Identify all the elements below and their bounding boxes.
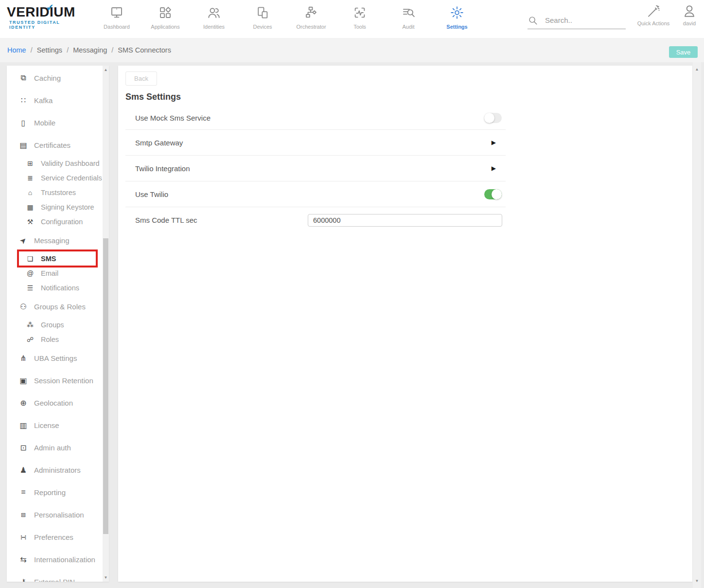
sidebar-item-label: Kafka <box>34 96 53 105</box>
internationalization-icon: ⇆ <box>18 555 28 564</box>
sidebar-item-label: UBA Settings <box>34 354 77 362</box>
page-scrollbar[interactable]: ▲ ▼ <box>693 62 701 588</box>
nav-item-dashboard[interactable]: Dashboard <box>92 4 141 34</box>
sidebar-item-email[interactable]: @Email <box>7 266 103 281</box>
user-avatar-icon <box>682 4 697 18</box>
nav-item-orchestrator[interactable]: Orchestrator <box>287 4 335 34</box>
truststores-icon: ⌂ <box>25 189 35 196</box>
expand-arrow-icon[interactable]: ▶ <box>492 165 496 172</box>
sidebar-item-personalisation[interactable]: ⧈Personalisation <box>7 503 103 526</box>
sidebar-item-license[interactable]: ▥License <box>7 414 103 436</box>
sidebar-item-kafka[interactable]: ∷Kafka <box>7 89 103 111</box>
sidebar-item-sms[interactable]: ❏SMS <box>7 251 103 266</box>
global-search <box>528 12 626 29</box>
veridium-logo[interactable]: VERIDIUM ✔ TRUSTED DIGITAL IDENTITY <box>7 5 87 30</box>
toggle-use-mock-sms-service[interactable] <box>484 113 502 123</box>
nav-item-settings[interactable]: Settings <box>433 4 481 34</box>
sidebar-scrollbar[interactable]: ▲ ▼ <box>103 66 109 582</box>
sidebar-item-label: SMS <box>41 255 56 263</box>
sidebar-item-external-pin[interactable]: ⚷External PIN <box>7 570 103 582</box>
search-input[interactable] <box>545 16 616 24</box>
nav-item-label: Applications <box>151 24 179 30</box>
save-button[interactable]: Save <box>669 46 698 58</box>
tools-icon <box>352 4 367 21</box>
app-header: VERIDIUM ✔ TRUSTED DIGITAL IDENTITY Dash… <box>0 0 704 38</box>
sidebar-item-uba-settings[interactable]: ⋔UBA Settings <box>7 347 103 369</box>
nav-item-label: Audit <box>402 24 414 30</box>
nav-item-applications[interactable]: Applications <box>141 4 190 34</box>
nav-item-label: Dashboard <box>104 24 130 30</box>
magic-wand-icon <box>646 4 661 18</box>
sidebar-item-mobile[interactable]: ▯Mobile <box>7 111 103 134</box>
nav-item-audit[interactable]: Audit <box>384 4 433 34</box>
sidebar-item-caching[interactable]: ⧉Caching <box>7 67 103 89</box>
toggle-use-twilio[interactable] <box>484 189 502 199</box>
nav-item-label: Tools <box>353 24 366 30</box>
user-menu[interactable]: david <box>677 4 702 26</box>
scroll-down-icon[interactable]: ▼ <box>693 578 701 584</box>
sidebar-item-session-retention[interactable]: ▣Session Retention <box>7 369 103 392</box>
scroll-up-icon[interactable]: ▲ <box>693 66 701 72</box>
uba-settings-icon: ⋔ <box>18 354 28 363</box>
logo-checkmark-icon: ✔ <box>46 0 54 15</box>
sidebar-item-label: Session Retention <box>34 376 93 385</box>
breadcrumb-item-settings[interactable]: Settings <box>37 46 62 54</box>
sidebar-item-admin-auth[interactable]: ⊡Admin auth <box>7 436 103 459</box>
expand-arrow-icon[interactable]: ▶ <box>492 139 496 146</box>
nav-item-label: Devices <box>253 24 272 30</box>
sidebar-item-validity-dashboard[interactable]: ⊞Validity Dashboard <box>7 156 103 171</box>
top-nav: DashboardApplicationsIdentitiesDevicesOr… <box>92 4 481 34</box>
scroll-up-icon[interactable]: ▲ <box>103 67 109 73</box>
sidebar-item-administrators[interactable]: ♟Administrators <box>7 459 103 481</box>
configuration-icon: ⚒ <box>25 218 35 226</box>
license-icon: ▥ <box>18 421 28 430</box>
search-icon <box>528 15 538 26</box>
mobile-icon: ▯ <box>18 118 28 127</box>
preferences-icon: ∺ <box>18 533 28 542</box>
applications-icon <box>158 4 173 21</box>
identities-icon <box>207 4 221 21</box>
breadcrumb-item-messaging[interactable]: Messaging <box>73 46 107 54</box>
sidebar-item-label: External PIN <box>34 578 75 582</box>
sidebar-item-service-credentials[interactable]: ≣Service Credentials <box>7 171 103 185</box>
breadcrumb-separator: / <box>67 46 69 54</box>
sidebar-item-signing-keystore[interactable]: ▦Signing Keystore <box>7 200 103 214</box>
sidebar-item-internationalization[interactable]: ⇆Internationalization <box>7 548 103 570</box>
certificates-icon: ▤ <box>18 141 28 150</box>
settings-sidebar: ⧉Caching∷Kafka▯Mobile▤Certificates⊞Valid… <box>7 66 109 582</box>
back-button[interactable]: Back <box>125 71 157 86</box>
sms-settings-panel: Back Sms Settings Use Mock Sms ServiceSm… <box>118 66 692 582</box>
quick-actions-button[interactable]: Quick Actions <box>636 4 671 26</box>
sidebar-item-notifications[interactable]: ☰Notifications <box>7 281 103 295</box>
scroll-down-icon[interactable]: ▼ <box>103 574 109 581</box>
sidebar-item-groups-roles[interactable]: ⚇Groups & Roles <box>7 295 103 318</box>
logo-tagline: TRUSTED DIGITAL IDENTITY <box>7 20 87 30</box>
user-name-label: david <box>683 20 696 26</box>
nav-item-identities[interactable]: Identities <box>190 4 238 34</box>
setting-label: Sms Code TTL sec <box>135 216 197 224</box>
sidebar-item-preferences[interactable]: ∺Preferences <box>7 526 103 548</box>
sidebar-item-label: Groups & Roles <box>34 303 86 311</box>
sidebar-item-geolocation[interactable]: ⊕Geolocation <box>7 392 103 414</box>
sidebar-item-groups[interactable]: ⁂Groups <box>7 318 103 332</box>
sidebar-item-roles[interactable]: ☍Roles <box>7 332 103 347</box>
nav-item-tools[interactable]: Tools <box>335 4 384 34</box>
input-sms-code-ttl-sec[interactable] <box>308 214 502 227</box>
sidebar-item-label: Truststores <box>41 189 76 196</box>
sidebar-item-reporting[interactable]: ≡Reporting <box>7 481 103 503</box>
sidebar-scrollbar-thumb[interactable] <box>103 238 108 534</box>
sidebar-item-messaging[interactable]: ➤Messaging <box>7 229 103 251</box>
breadcrumb-item-home[interactable]: Home <box>7 46 26 54</box>
sidebar-item-label: Signing Keystore <box>41 203 94 211</box>
sidebar-item-truststores[interactable]: ⌂Truststores <box>7 185 103 200</box>
sidebar-item-certificates[interactable]: ▤Certificates <box>7 134 103 156</box>
sidebar-item-label: Configuration <box>41 218 83 226</box>
devices-icon <box>255 4 270 21</box>
sidebar-item-label: Preferences <box>34 533 73 541</box>
sidebar-item-label: Mobile <box>34 119 55 127</box>
nav-item-label: Identities <box>203 24 225 30</box>
nav-item-devices[interactable]: Devices <box>238 4 287 34</box>
administrators-icon: ♟ <box>18 465 28 475</box>
admin-auth-icon: ⊡ <box>18 443 28 452</box>
sidebar-item-configuration[interactable]: ⚒Configuration <box>7 214 103 229</box>
